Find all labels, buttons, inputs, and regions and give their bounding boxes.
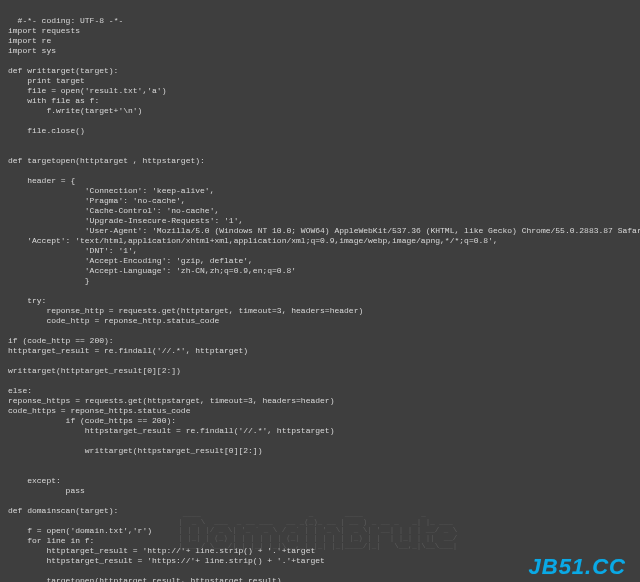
site-brand-watermark: JB51.CC: [529, 562, 626, 572]
code-editor-viewport: #-*- coding: UTF-8 -*- import requests i…: [0, 0, 640, 582]
source-code: #-*- coding: UTF-8 -*- import requests i…: [8, 16, 640, 582]
ascii-art-watermark: ____ _ ____ _ | _ \ ___ _ __ ___ __ _(_)…: [178, 510, 462, 550]
